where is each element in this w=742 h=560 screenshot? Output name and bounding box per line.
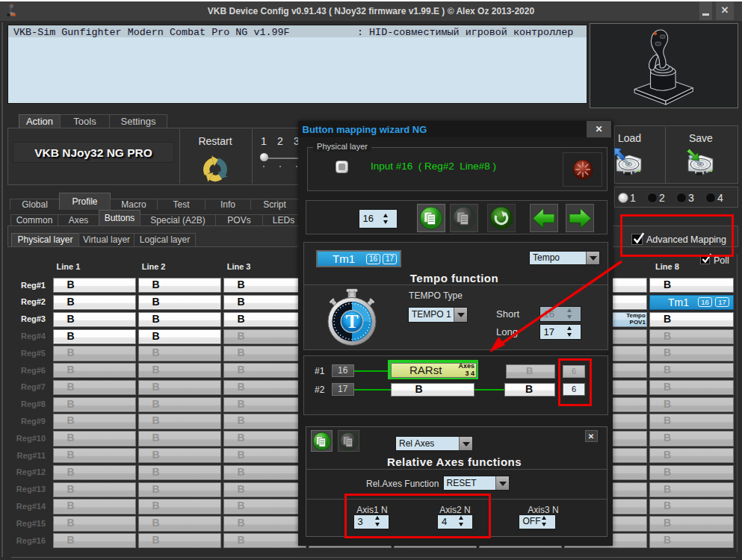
svg-text:T: T [346,311,359,332]
